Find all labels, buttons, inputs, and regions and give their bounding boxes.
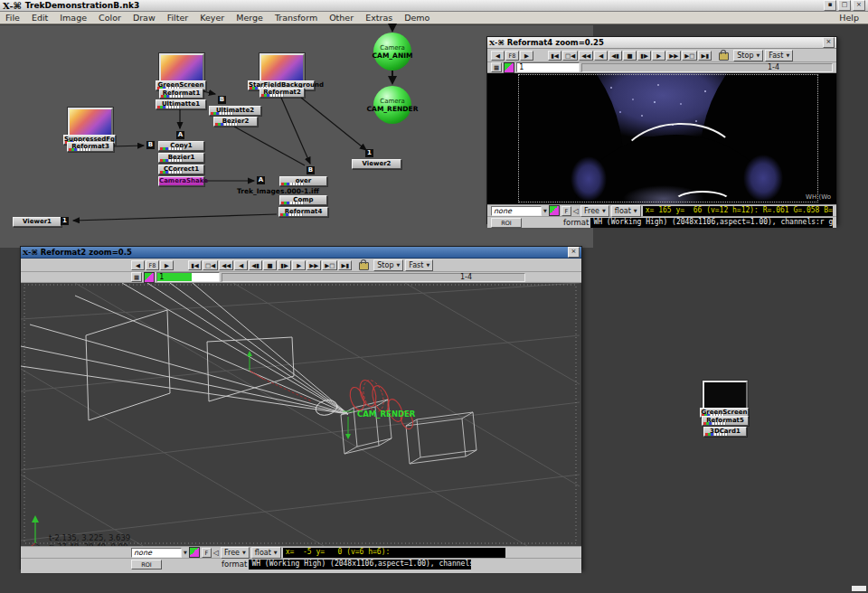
frame-nav-button-0[interactable]: ◀ <box>131 260 145 270</box>
node-ultimatte2[interactable]: Ultimatte2 <box>209 106 261 116</box>
frame-nav-button-0[interactable]: ◀ <box>491 51 505 61</box>
3d-viewport[interactable]: CAM_RENDER t-2.135, 3.225, 3.639 r: 37.4… <box>21 283 581 546</box>
input-port-b[interactable]: B <box>307 166 315 174</box>
node-suppressedfg-thumbnail[interactable] <box>68 108 113 136</box>
transport-button-6[interactable]: ▮▶ <box>637 51 651 61</box>
viewer-top-close-button[interactable]: × <box>823 37 835 48</box>
datatype-dropdown[interactable]: float ▼ <box>611 205 641 217</box>
transport-button-0[interactable]: ▮◀ <box>548 51 561 61</box>
window-logo-icon: X-⌘ <box>23 248 38 257</box>
transport-button-8[interactable]: ▶▶ <box>307 260 321 270</box>
3d-scene: CAM_RENDER t-2.135, 3.225, 3.639 r: 37.4… <box>21 283 580 546</box>
node-reformat3[interactable]: Reformat3 <box>67 142 114 152</box>
frame-grid-button[interactable]: ▦ <box>131 272 142 282</box>
transport-button-7[interactable]: ▶ <box>652 51 665 61</box>
transport-button-0[interactable]: ▮◀ <box>188 260 202 270</box>
channel-select[interactable]: none <box>491 206 542 216</box>
frame-number-field[interactable]: 1 <box>156 272 220 282</box>
node-reformat4[interactable]: Reformat4 <box>278 207 328 217</box>
node-cam-anim[interactable]: CameraCAM_ANIM <box>373 33 411 71</box>
input-port-1[interactable]: 1 <box>61 217 69 225</box>
node-reformat5[interactable]: Reformat5 <box>702 416 749 426</box>
node-reformat1[interactable]: Reformat1 <box>159 89 203 99</box>
node-reformat2[interactable]: Reformat2 <box>259 88 305 98</box>
gain-dropdown[interactable]: Free ▼ <box>580 205 609 217</box>
window-resize-strip[interactable] <box>21 569 581 573</box>
frame-grid-button[interactable]: ▦ <box>491 62 502 72</box>
transport-button-3[interactable]: ◀ <box>234 260 248 270</box>
viewer-bottom-titlebar[interactable]: X-⌘ Reformat2 zoom=0.5 × <box>21 247 581 259</box>
input-port-b[interactable]: B <box>218 96 226 104</box>
node-comp[interactable]: Comp <box>279 195 327 205</box>
playback-mode-dropdown[interactable]: Stop ▼ <box>373 259 403 271</box>
node-greenscreen-thumbnail[interactable] <box>159 53 204 82</box>
node-bezier2[interactable]: Bezier2 <box>213 117 258 127</box>
node-bezier1[interactable]: Bezier1 <box>158 153 204 163</box>
playback-mode-dropdown[interactable]: Stop ▼ <box>733 50 763 61</box>
node-viewer2[interactable]: Viewer2 <box>352 159 401 169</box>
datatype-dropdown[interactable]: float ▼ <box>251 547 281 559</box>
transport-button-1[interactable]: □◀ <box>562 51 578 61</box>
input-port-a[interactable]: A <box>176 131 184 139</box>
roi-button[interactable]: ROI <box>491 218 522 228</box>
rotate-readout: r: 37.40, 30.40, 0.00 <box>49 542 127 546</box>
node-3dcard1[interactable]: 3DCard1 <box>703 427 747 437</box>
frame-number-field[interactable]: 1 <box>516 62 580 72</box>
speed-dropdown[interactable]: Fast ▼ <box>405 259 433 271</box>
transport-button-5[interactable]: ■ <box>263 260 277 270</box>
transport-button-7[interactable]: ▶ <box>292 260 306 270</box>
full-res-button[interactable]: F <box>561 206 571 216</box>
viewer-top-image[interactable]: WH (Wo <box>487 73 836 204</box>
input-port-a[interactable]: A <box>257 176 265 184</box>
input-port-b[interactable]: B <box>146 141 155 149</box>
node-viewer1[interactable]: Viewer1 <box>13 217 61 227</box>
channel-chips <box>161 95 184 98</box>
node-ultimatte1[interactable]: Ultimatte1 <box>156 99 206 109</box>
channels-icon[interactable] <box>504 62 514 73</box>
timeline-slider[interactable]: 1-4 <box>581 63 833 72</box>
viewer-bottom-close-button[interactable]: × <box>568 247 580 258</box>
lock-icon[interactable] <box>359 262 369 270</box>
lock-icon[interactable] <box>719 52 729 61</box>
viewer-top-titlebar[interactable]: X-⌘ Reformat4 zoom=0.25 × <box>487 37 836 49</box>
frame-nav-button-2[interactable]: ▶ <box>160 260 174 270</box>
node-ccorrect1[interactable]: CCorrect1 <box>158 165 204 174</box>
channel-select[interactable]: none <box>131 548 182 558</box>
speed-dropdown[interactable]: Fast ▼ <box>765 50 793 61</box>
transport-button-4[interactable]: ◀▮ <box>609 51 622 61</box>
input-port-1[interactable]: 1 <box>365 149 373 157</box>
display-channels-icon[interactable] <box>189 547 200 558</box>
node-camerashake[interactable]: CameraShake <box>158 176 204 186</box>
transport-button-9[interactable]: ▶□ <box>322 260 337 270</box>
node-starfieldbackground-thumbnail[interactable] <box>259 53 305 82</box>
display-channels-icon[interactable] <box>549 205 560 216</box>
transport-button-10[interactable]: ▶▮ <box>698 51 712 61</box>
transport-button-9[interactable]: ▶□ <box>682 51 697 61</box>
transport-button-2[interactable]: ◀◀ <box>579 51 593 61</box>
transport-button-3[interactable]: ◀ <box>594 51 608 61</box>
viewer-window-reformat4[interactable]: X-⌘ Reformat4 zoom=0.25 × ◀F8▶ ▮◀□◀◀◀◀◀▮… <box>486 36 837 224</box>
transport-button-2[interactable]: ◀◀ <box>219 260 233 270</box>
transport-button-5[interactable]: ■ <box>623 51 637 61</box>
transport-button-1[interactable]: □◀ <box>203 260 218 270</box>
node-copy1[interactable]: Copy1 <box>158 141 204 151</box>
node-over[interactable]: over <box>279 176 327 186</box>
frame-nav-button-1[interactable]: F8 <box>505 51 519 61</box>
transport-button-8[interactable]: ▶▶ <box>666 51 681 61</box>
compare-icon[interactable]: ◁ <box>573 207 579 215</box>
chevron-down-icon: ▼ <box>396 262 400 268</box>
compare-icon[interactable]: ◁ <box>213 549 219 557</box>
node-greenscreen-thumbnail[interactable] <box>703 381 748 409</box>
timeline-slider[interactable]: 1-4 <box>222 273 525 282</box>
transport-button-4[interactable]: ◀▮ <box>249 260 262 270</box>
frame-nav-button-1[interactable]: F8 <box>146 260 159 270</box>
frame-nav-button-2[interactable]: ▶ <box>520 51 533 61</box>
gain-dropdown[interactable]: Free ▼ <box>221 547 250 559</box>
transport-button-10[interactable]: ▶▮ <box>338 260 352 270</box>
roi-button[interactable]: ROI <box>131 560 162 569</box>
channels-icon[interactable] <box>144 272 155 283</box>
node-cam-render[interactable]: CameraCAM_RENDER <box>373 86 411 124</box>
viewer-window-reformat2[interactable]: X-⌘ Reformat2 zoom=0.5 × ◀F8▶ ▮◀□◀◀◀◀◀▮■… <box>20 246 582 569</box>
full-res-button[interactable]: F <box>202 548 212 558</box>
transport-button-6[interactable]: ▮▶ <box>278 260 291 270</box>
